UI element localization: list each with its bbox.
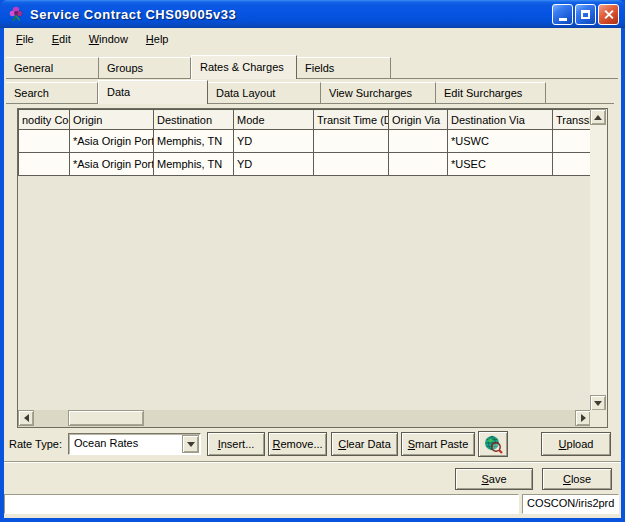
cell-commodity[interactable] xyxy=(19,130,70,153)
col-transshipment[interactable]: Transsh xyxy=(553,110,592,130)
cell-transshipment[interactable] xyxy=(553,130,592,153)
rate-type-value: Ocean Rates xyxy=(74,437,138,449)
cell-transit-time[interactable] xyxy=(314,153,389,176)
clear-data-button[interactable]: Clear Data xyxy=(331,432,398,456)
col-transit-time[interactable]: Transit Time (D. xyxy=(314,110,389,130)
rate-type-label: Rate Type: xyxy=(9,438,62,450)
cell-mode[interactable]: YD xyxy=(234,130,314,153)
scrollbar-corner xyxy=(590,410,607,427)
insert-button[interactable]: Insert... xyxy=(207,432,265,456)
minimize-icon xyxy=(559,18,567,21)
cell-origin[interactable]: *Asia Origin Port xyxy=(70,130,154,153)
col-mode[interactable]: Mode xyxy=(234,110,314,130)
save-button[interactable]: Save xyxy=(455,468,533,490)
arrow-down-icon xyxy=(594,401,602,406)
menu-file[interactable]: File xyxy=(7,30,43,48)
cell-transshipment[interactable] xyxy=(553,153,592,176)
arrow-right-icon xyxy=(581,414,586,422)
cell-origin[interactable]: *Asia Origin Port xyxy=(70,153,154,176)
window-body: File Edit Window Help General Groups Rat… xyxy=(4,28,621,518)
main-tab-bar: General Groups Rates & Charges Fields xyxy=(6,55,618,79)
tab-general[interactable]: General xyxy=(6,57,99,79)
menu-window[interactable]: Window xyxy=(80,30,137,48)
arrow-left-icon xyxy=(24,414,29,422)
remove-button[interactable]: Remove... xyxy=(268,432,327,456)
scroll-up-button[interactable] xyxy=(590,109,606,125)
cell-destination-via[interactable]: *USEC xyxy=(448,153,553,176)
app-icon[interactable] xyxy=(7,5,25,23)
window-title: Service Contract CHS09005v33 xyxy=(30,7,552,22)
title-bar[interactable]: Service Contract CHS09005v33 xyxy=(0,0,625,28)
arrow-up-icon xyxy=(594,115,602,120)
tab-search[interactable]: Search xyxy=(6,82,98,104)
globe-search-button[interactable] xyxy=(478,431,508,457)
col-commodity-code[interactable]: nodity Cod xyxy=(19,110,70,130)
scroll-down-button[interactable] xyxy=(590,395,606,411)
footer-divider xyxy=(4,461,621,463)
col-origin-via[interactable]: Origin Via xyxy=(389,110,448,130)
cell-destination[interactable]: Memphis, TN xyxy=(154,153,234,176)
tab-data[interactable]: Data xyxy=(98,80,208,104)
grid-toolbar: Rate Type: Ocean Rates Insert... Remove.… xyxy=(4,428,621,458)
chevron-down-icon xyxy=(187,442,195,447)
upload-button[interactable]: Upload xyxy=(541,432,611,456)
tab-edit-surcharges[interactable]: Edit Surcharges xyxy=(436,82,546,104)
tab-bar-filler xyxy=(391,57,618,79)
rates-data-grid: nodity Cod Origin Destination Mode Trans… xyxy=(17,108,608,428)
cell-transit-time[interactable] xyxy=(314,130,389,153)
close-window-button[interactable]: Close xyxy=(542,468,612,490)
col-destination[interactable]: Destination xyxy=(154,110,234,130)
scroll-left-button[interactable] xyxy=(18,410,34,426)
table-row: *Asia Origin Port Memphis, TN YD *USWC xyxy=(19,130,592,153)
cell-origin-via[interactable] xyxy=(389,130,448,153)
horizontal-scroll-thumb[interactable] xyxy=(68,410,144,426)
status-message xyxy=(4,494,519,514)
header-row: nodity Cod Origin Destination Mode Trans… xyxy=(19,110,592,130)
status-context: COSCON/iris2prd xyxy=(522,494,619,514)
menu-bar: File Edit Window Help xyxy=(4,28,621,50)
smart-paste-button[interactable]: Smart Paste xyxy=(401,432,475,456)
menu-edit[interactable]: Edit xyxy=(43,30,80,48)
status-bar: COSCON/iris2prd xyxy=(4,494,621,514)
tab-fields[interactable]: Fields xyxy=(297,57,391,79)
rates-table: nodity Cod Origin Destination Mode Trans… xyxy=(18,109,592,176)
dropdown-button[interactable] xyxy=(182,435,199,453)
rate-type-dropdown[interactable]: Ocean Rates xyxy=(68,433,201,455)
tab-view-surcharges[interactable]: View Surcharges xyxy=(321,82,436,104)
menu-help[interactable]: Help xyxy=(137,30,178,48)
tab-groups[interactable]: Groups xyxy=(99,57,191,79)
cell-destination-via[interactable]: *USWC xyxy=(448,130,553,153)
maximize-icon xyxy=(581,10,590,19)
globe-search-icon xyxy=(483,434,503,454)
tab-bar-filler xyxy=(546,82,614,104)
close-icon xyxy=(603,9,614,20)
vertical-scrollbar[interactable] xyxy=(590,109,607,411)
scroll-right-button[interactable] xyxy=(575,410,591,426)
col-origin[interactable]: Origin xyxy=(70,110,154,130)
table-row: *Asia Origin Port Memphis, TN YD *USEC xyxy=(19,153,592,176)
tab-data-layout[interactable]: Data Layout xyxy=(208,82,321,104)
maximize-button[interactable] xyxy=(575,4,596,25)
cell-commodity[interactable] xyxy=(19,153,70,176)
col-destination-via[interactable]: Destination Via xyxy=(448,110,553,130)
close-button[interactable] xyxy=(598,4,619,25)
cell-origin-via[interactable] xyxy=(389,153,448,176)
cell-mode[interactable]: YD xyxy=(234,153,314,176)
sub-tab-bar: Search Data Data Layout View Surcharges … xyxy=(6,80,614,104)
cell-destination[interactable]: Memphis, TN xyxy=(154,130,234,153)
app-window: Service Contract CHS09005v33 File Edit W… xyxy=(0,0,625,522)
tab-rates-charges[interactable]: Rates & Charges xyxy=(191,55,297,79)
minimize-button[interactable] xyxy=(552,4,573,25)
horizontal-scrollbar[interactable] xyxy=(18,410,591,427)
